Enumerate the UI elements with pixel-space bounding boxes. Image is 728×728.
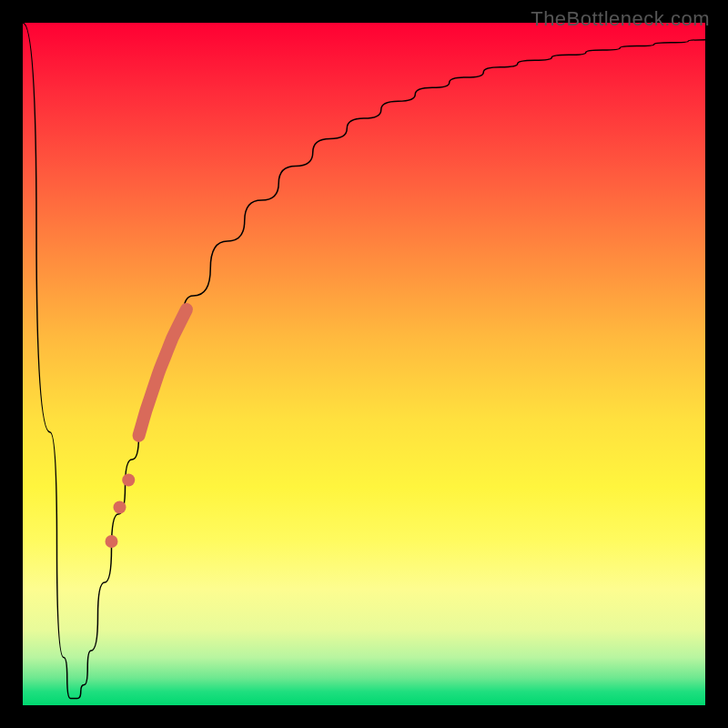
annotation-dot	[122, 474, 135, 487]
highlight-segment	[139, 309, 187, 436]
annotation-dot	[106, 535, 118, 548]
annotation-dots	[106, 474, 136, 549]
chart-svg	[23, 23, 705, 705]
annotation-dot	[114, 501, 126, 514]
bottleneck-curve	[23, 23, 705, 699]
plot-area	[23, 23, 705, 705]
watermark-text: TheBottleneck.com	[531, 7, 710, 31]
